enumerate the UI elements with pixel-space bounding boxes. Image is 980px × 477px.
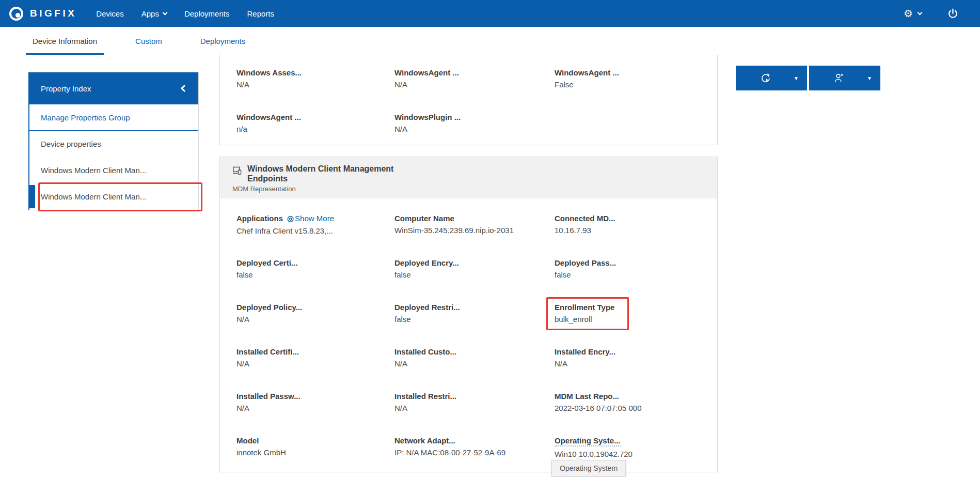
sidebar-item-label: Device properties — [41, 140, 101, 148]
property-value: innotek GmbH — [236, 448, 394, 457]
property-label: Connected MD... — [555, 214, 701, 223]
nav-item-deployments[interactable]: Deployments — [184, 0, 230, 27]
property-value: bulk_enroll — [555, 315, 701, 324]
tab-label: Device Information — [33, 37, 97, 45]
property-label: Network Adapt... — [394, 436, 555, 445]
property-cell: Deployed Encry... false — [394, 258, 555, 303]
sidebar-item-label: Manage Properties Group — [41, 113, 130, 122]
property-value: n/a — [236, 125, 394, 133]
property-label: Operating Syste... — [555, 436, 701, 447]
property-cell-applications: Applications◎Show More Chef Infra Client… — [236, 214, 394, 258]
chevron-down-icon[interactable]: ▼ — [794, 75, 799, 81]
property-cell: Computer Name WinSim-35.245.239.69.nip.i… — [394, 214, 555, 258]
mdm-properties-grid: Applications◎Show More Chef Infra Client… — [220, 198, 717, 477]
nav-apps-label: Apps — [141, 9, 159, 18]
brand-name: BIGFIX — [30, 8, 76, 19]
tooltip-caret — [574, 456, 582, 460]
tab-custom[interactable]: Custom — [129, 27, 169, 55]
operating-system-tooltip: Operating System — [551, 460, 626, 476]
nav-devices-label: Devices — [96, 9, 123, 18]
nav-item-devices[interactable]: Devices — [96, 0, 123, 27]
nav-deployments-label: Deployments — [184, 9, 230, 18]
property-label: WindowsAgent ... — [394, 68, 555, 77]
mdm-endpoints-card: Windows Modern Client Management Endpoin… — [219, 157, 718, 472]
deploy-action-button[interactable]: ▼ — [736, 66, 807, 90]
property-label: Deployed Encry... — [394, 258, 555, 267]
user-star-icon — [833, 72, 845, 84]
property-label: WindowsAgent ... — [236, 113, 394, 121]
property-label: Installed Custo... — [394, 347, 555, 356]
mdm-card-title: Windows Modern Client Management Endpoin… — [247, 164, 425, 183]
property-value: IP: N/A MAC:08-00-27-52-9A-69 — [394, 448, 555, 457]
property-cell: MDM Last Repo... 2022-03-16 07:07:05 000 — [555, 392, 701, 436]
topbar-right-controls: ⚙ — [904, 8, 958, 19]
chevron-down-icon — [918, 10, 923, 15]
sidebar-item-windows-modern-client-1[interactable]: Windows Modern Client Man... — [29, 157, 198, 183]
sidebar-item-manage-properties-group[interactable]: Manage Properties Group — [29, 104, 198, 131]
property-cell: Model innotek GmbH — [236, 436, 394, 477]
sidebar-item-label: Windows Modern Client Man... — [41, 166, 146, 175]
main-nav: Devices Apps Deployments Reports — [96, 0, 274, 27]
property-cell: Installed Custo... N/A — [394, 347, 555, 392]
property-label: WindowsPlugin ... — [394, 113, 555, 121]
property-value: false — [236, 270, 394, 279]
page-tabs: Device Information Custom Deployments — [0, 27, 980, 55]
property-cell: Network Adapt... IP: N/A MAC:08-00-27-52… — [394, 436, 555, 477]
property-value: false — [394, 315, 555, 324]
logout-button[interactable] — [947, 8, 958, 19]
property-label: Installed Restri... — [394, 392, 555, 401]
tab-label: Deployments — [200, 37, 246, 45]
deploy-refresh-icon — [760, 72, 772, 84]
sidebar-item-label: Windows Modern Client Man... — [41, 192, 146, 201]
property-value: N/A — [236, 359, 394, 368]
property-value: N/A — [236, 315, 394, 324]
collapse-chevron-icon[interactable] — [181, 85, 188, 92]
property-value: WinSim-35.245.239.69.nip.io-2031 — [394, 226, 555, 235]
tab-deployments[interactable]: Deployments — [194, 27, 252, 55]
property-label: Deployed Certi... — [236, 258, 394, 267]
property-value: false — [394, 270, 555, 279]
property-cell: WindowsAgent ... N/A — [394, 68, 555, 113]
device-action-buttons: ▼ ▼ — [736, 66, 880, 90]
show-more-link[interactable]: Show More — [295, 214, 334, 223]
property-label: Model — [236, 436, 394, 445]
mdm-card-header: Windows Modern Client Management Endpoin… — [220, 157, 717, 198]
property-value: N/A — [394, 80, 555, 89]
top-navigation-bar: BIGFIX Devices Apps Deployments Reports … — [0, 0, 980, 27]
bigfix-logo-icon — [9, 7, 23, 21]
property-value: false — [555, 270, 701, 279]
nav-item-apps[interactable]: Apps — [141, 0, 167, 27]
settings-menu-button[interactable]: ⚙ — [904, 8, 922, 19]
property-cell: Installed Encry... N/A — [555, 347, 701, 392]
applications-label: Applications — [236, 214, 283, 223]
mdm-device-icon — [232, 165, 242, 175]
property-label: Deployed Policy... — [236, 303, 394, 312]
tab-label: Custom — [135, 37, 162, 45]
nav-reports-label: Reports — [247, 9, 274, 18]
property-label: Installed Certifi... — [236, 347, 394, 356]
eye-icon: ◎ — [287, 214, 294, 223]
add-user-action-button[interactable]: ▼ — [809, 66, 880, 90]
property-index-header[interactable]: Property Index — [29, 72, 198, 104]
sidebar-item-windows-modern-client-2[interactable]: Windows Modern Client Man... — [29, 183, 198, 210]
nav-item-reports[interactable]: Reports — [247, 0, 274, 27]
windows-properties-card: Windows Asses... N/A WindowsAgent ... N/… — [219, 55, 718, 145]
operating-system-label[interactable]: Operating Syste... — [555, 436, 621, 447]
property-cell: WindowsPlugin ... N/A — [394, 113, 555, 157]
property-value: N/A — [394, 359, 555, 368]
property-cell-enrollment-type: Enrollment Type bulk_enroll — [555, 303, 701, 347]
selected-item-indicator — [28, 185, 35, 208]
property-cell: Installed Certifi... N/A — [236, 347, 394, 392]
property-label: Installed Passw... — [236, 392, 394, 401]
tab-device-information[interactable]: Device Information — [26, 27, 104, 55]
mdm-card-subtitle: MDM Representation — [232, 185, 705, 193]
property-label: MDM Last Repo... — [555, 392, 701, 401]
property-cell: Connected MD... 10.16.7.93 — [555, 214, 701, 258]
property-label: Deployed Pass... — [555, 258, 701, 267]
chevron-down-icon[interactable]: ▼ — [867, 75, 872, 81]
property-value: N/A — [394, 404, 555, 412]
property-value: N/A — [236, 80, 394, 89]
property-cell: Deployed Policy... N/A — [236, 303, 394, 347]
sidebar-item-device-properties[interactable]: Device properties — [29, 131, 198, 157]
property-value: False — [555, 80, 701, 89]
